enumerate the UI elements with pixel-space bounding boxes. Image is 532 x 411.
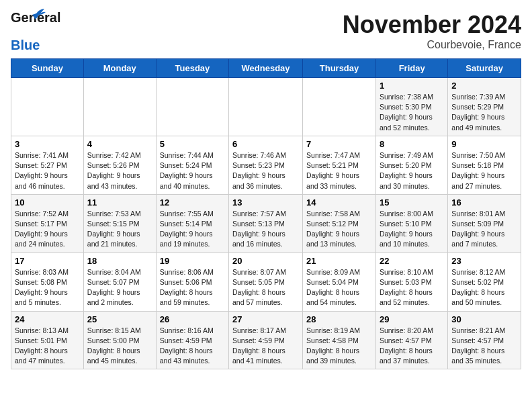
day-number: 20 xyxy=(232,256,299,266)
day-number: 7 xyxy=(306,139,372,149)
day-info: Sunrise: 7:49 AM Sunset: 5:20 PM Dayligh… xyxy=(380,150,444,191)
day-number: 25 xyxy=(87,314,152,324)
day-number: 18 xyxy=(87,256,152,266)
day-number: 19 xyxy=(160,256,225,266)
calendar-week-row: 10Sunrise: 7:52 AM Sunset: 5:17 PM Dayli… xyxy=(11,194,521,253)
day-number: 13 xyxy=(232,197,299,208)
day-number: 12 xyxy=(160,197,225,208)
calendar-cell: 7Sunrise: 7:47 AM Sunset: 5:21 PM Daylig… xyxy=(303,136,376,194)
day-number: 27 xyxy=(232,314,299,324)
weekday-header-row: SundayMondayTuesdayWednesdayThursdayFrid… xyxy=(11,59,521,78)
day-number: 1 xyxy=(380,81,444,91)
day-info: Sunrise: 7:47 AM Sunset: 5:21 PM Dayligh… xyxy=(306,150,372,191)
day-info: Sunrise: 7:52 AM Sunset: 5:17 PM Dayligh… xyxy=(15,209,80,250)
day-number: 9 xyxy=(451,139,517,149)
calendar-cell: 3Sunrise: 7:41 AM Sunset: 5:27 PM Daylig… xyxy=(11,136,84,194)
day-number: 15 xyxy=(380,197,444,208)
page-header: General Blue November 2024 Courbevoie, F… xyxy=(11,11,521,53)
day-number: 17 xyxy=(15,256,80,266)
calendar-cell: 18Sunrise: 8:04 AM Sunset: 5:07 PM Dayli… xyxy=(83,253,156,311)
calendar-cell: 22Sunrise: 8:10 AM Sunset: 5:03 PM Dayli… xyxy=(375,253,447,311)
calendar-cell: 29Sunrise: 8:20 AM Sunset: 4:57 PM Dayli… xyxy=(375,311,447,369)
calendar-week-row: 17Sunrise: 8:03 AM Sunset: 5:08 PM Dayli… xyxy=(11,253,521,311)
day-info: Sunrise: 8:00 AM Sunset: 5:10 PM Dayligh… xyxy=(380,209,444,250)
calendar-week-row: 3Sunrise: 7:41 AM Sunset: 5:27 PM Daylig… xyxy=(11,136,521,194)
calendar-cell: 13Sunrise: 7:57 AM Sunset: 5:13 PM Dayli… xyxy=(229,194,303,253)
calendar-cell: 27Sunrise: 8:17 AM Sunset: 4:59 PM Dayli… xyxy=(229,311,303,369)
day-info: Sunrise: 7:55 AM Sunset: 5:14 PM Dayligh… xyxy=(160,209,225,250)
day-info: Sunrise: 8:16 AM Sunset: 4:59 PM Dayligh… xyxy=(160,326,225,367)
day-number: 8 xyxy=(380,139,444,149)
weekday-header-cell: Sunday xyxy=(11,59,84,78)
calendar-week-row: 1Sunrise: 7:38 AM Sunset: 5:30 PM Daylig… xyxy=(11,78,521,136)
day-number: 11 xyxy=(87,197,152,208)
day-info: Sunrise: 8:03 AM Sunset: 5:08 PM Dayligh… xyxy=(15,267,80,308)
day-number: 26 xyxy=(160,314,225,324)
weekday-header-cell: Saturday xyxy=(448,59,521,78)
day-info: Sunrise: 7:41 AM Sunset: 5:27 PM Dayligh… xyxy=(15,150,80,191)
day-number: 21 xyxy=(306,256,372,266)
day-number: 29 xyxy=(380,314,444,324)
weekday-header-cell: Monday xyxy=(83,59,156,78)
day-info: Sunrise: 8:12 AM Sunset: 5:02 PM Dayligh… xyxy=(451,267,517,308)
day-number: 14 xyxy=(306,197,372,208)
day-number: 16 xyxy=(451,197,517,208)
title-area: November 2024 Courbevoie, France xyxy=(343,11,521,51)
day-info: Sunrise: 8:17 AM Sunset: 4:59 PM Dayligh… xyxy=(232,326,299,367)
day-number: 2 xyxy=(451,81,517,91)
calendar-cell: 5Sunrise: 7:44 AM Sunset: 5:24 PM Daylig… xyxy=(156,136,228,194)
day-number: 22 xyxy=(380,256,444,266)
day-number: 3 xyxy=(15,139,80,149)
day-number: 28 xyxy=(306,314,372,324)
calendar-cell: 24Sunrise: 8:13 AM Sunset: 5:01 PM Dayli… xyxy=(11,311,84,369)
day-info: Sunrise: 7:42 AM Sunset: 5:26 PM Dayligh… xyxy=(87,150,152,191)
day-info: Sunrise: 8:01 AM Sunset: 5:09 PM Dayligh… xyxy=(451,209,517,250)
day-info: Sunrise: 8:09 AM Sunset: 5:04 PM Dayligh… xyxy=(306,267,372,308)
calendar-table: SundayMondayTuesdayWednesdayThursdayFrid… xyxy=(11,58,521,369)
day-info: Sunrise: 7:46 AM Sunset: 5:23 PM Dayligh… xyxy=(232,150,299,191)
day-info: Sunrise: 8:06 AM Sunset: 5:06 PM Dayligh… xyxy=(160,267,225,308)
calendar-body: 1Sunrise: 7:38 AM Sunset: 5:30 PM Daylig… xyxy=(11,78,521,369)
day-info: Sunrise: 7:50 AM Sunset: 5:18 PM Dayligh… xyxy=(451,150,517,191)
calendar-cell: 2Sunrise: 7:39 AM Sunset: 5:29 PM Daylig… xyxy=(448,78,521,136)
day-info: Sunrise: 7:38 AM Sunset: 5:30 PM Dayligh… xyxy=(380,92,444,133)
day-number: 23 xyxy=(451,256,517,266)
day-number: 4 xyxy=(87,139,152,149)
day-info: Sunrise: 8:07 AM Sunset: 5:05 PM Dayligh… xyxy=(232,267,299,308)
day-info: Sunrise: 7:39 AM Sunset: 5:29 PM Dayligh… xyxy=(451,92,517,133)
calendar-cell: 20Sunrise: 8:07 AM Sunset: 5:05 PM Dayli… xyxy=(229,253,303,311)
weekday-header-cell: Wednesday xyxy=(229,59,303,78)
calendar-cell: 30Sunrise: 8:21 AM Sunset: 4:57 PM Dayli… xyxy=(448,311,521,369)
location: Courbevoie, France xyxy=(343,39,521,51)
weekday-header-cell: Thursday xyxy=(303,59,376,78)
day-info: Sunrise: 8:21 AM Sunset: 4:57 PM Dayligh… xyxy=(451,326,517,367)
calendar-cell: 23Sunrise: 8:12 AM Sunset: 5:02 PM Dayli… xyxy=(448,253,521,311)
calendar-cell: 8Sunrise: 7:49 AM Sunset: 5:20 PM Daylig… xyxy=(375,136,447,194)
day-info: Sunrise: 7:58 AM Sunset: 5:12 PM Dayligh… xyxy=(306,209,372,250)
calendar-cell xyxy=(303,78,376,136)
calendar-cell: 19Sunrise: 8:06 AM Sunset: 5:06 PM Dayli… xyxy=(156,253,228,311)
calendar-cell: 14Sunrise: 7:58 AM Sunset: 5:12 PM Dayli… xyxy=(303,194,376,253)
calendar-cell xyxy=(83,78,156,136)
day-number: 30 xyxy=(451,314,517,324)
calendar-cell xyxy=(11,78,84,136)
calendar-cell: 26Sunrise: 8:16 AM Sunset: 4:59 PM Dayli… xyxy=(156,311,228,369)
calendar-cell: 12Sunrise: 7:55 AM Sunset: 5:14 PM Dayli… xyxy=(156,194,228,253)
calendar-cell: 10Sunrise: 7:52 AM Sunset: 5:17 PM Dayli… xyxy=(11,194,84,253)
calendar-cell: 21Sunrise: 8:09 AM Sunset: 5:04 PM Dayli… xyxy=(303,253,376,311)
weekday-header-cell: Tuesday xyxy=(156,59,228,78)
day-info: Sunrise: 8:10 AM Sunset: 5:03 PM Dayligh… xyxy=(380,267,444,308)
calendar-cell xyxy=(229,78,303,136)
logo: General Blue xyxy=(11,11,40,53)
day-info: Sunrise: 8:15 AM Sunset: 5:00 PM Dayligh… xyxy=(87,326,152,367)
calendar-cell: 28Sunrise: 8:19 AM Sunset: 4:58 PM Dayli… xyxy=(303,311,376,369)
logo-bird-icon xyxy=(31,8,46,20)
day-number: 6 xyxy=(232,139,299,149)
calendar-cell: 25Sunrise: 8:15 AM Sunset: 5:00 PM Dayli… xyxy=(83,311,156,369)
day-info: Sunrise: 8:19 AM Sunset: 4:58 PM Dayligh… xyxy=(306,326,372,367)
logo-blue: Blue xyxy=(11,38,40,53)
calendar-cell: 11Sunrise: 7:53 AM Sunset: 5:15 PM Dayli… xyxy=(83,194,156,253)
day-number: 10 xyxy=(15,197,80,208)
calendar-cell: 4Sunrise: 7:42 AM Sunset: 5:26 PM Daylig… xyxy=(83,136,156,194)
calendar-cell: 15Sunrise: 8:00 AM Sunset: 5:10 PM Dayli… xyxy=(375,194,447,253)
